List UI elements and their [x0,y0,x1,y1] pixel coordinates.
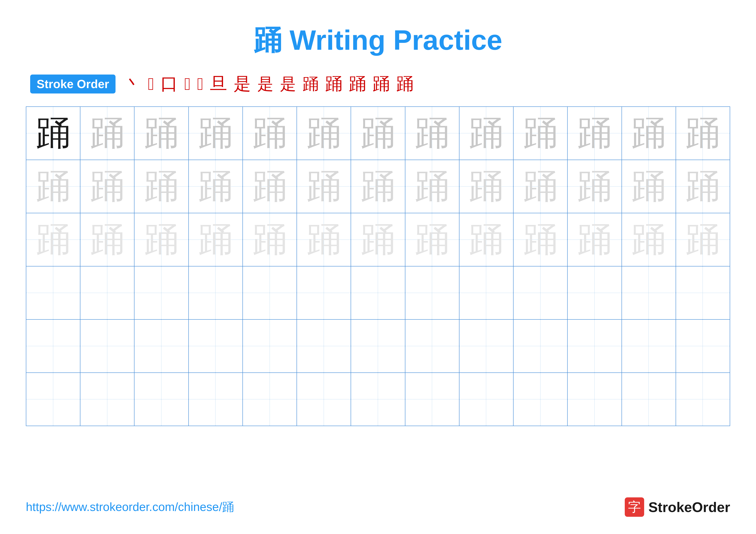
cell-4-6[interactable] [297,267,351,319]
cell-5-2[interactable] [80,320,134,372]
cell-1-10[interactable]: 踊 [514,107,568,160]
cell-5-12[interactable] [622,320,676,372]
cell-5-11[interactable] [568,320,622,372]
cell-4-10[interactable] [514,267,568,319]
cell-3-4[interactable]: 踊 [189,213,243,266]
cell-5-1[interactable] [26,320,80,372]
cell-1-3[interactable]: 踊 [134,107,189,160]
char-guide: 踊 [577,163,612,210]
cell-2-5[interactable]: 踊 [243,160,297,213]
cell-1-9[interactable]: 踊 [459,107,514,160]
logo-char: 字 [628,498,641,516]
footer-logo: 字 StrokeOrder [625,497,730,517]
cell-5-7[interactable] [351,320,405,372]
cell-5-13[interactable] [676,320,730,372]
stroke-3: 口 [161,72,178,96]
cell-5-9[interactable] [459,320,514,372]
cell-3-8[interactable]: 踊 [405,213,459,266]
cell-6-9[interactable] [459,373,514,426]
cell-2-1[interactable]: 踊 [26,160,80,213]
cell-3-9[interactable]: 踊 [459,213,514,266]
cell-3-2[interactable]: 踊 [80,213,134,266]
stroke-7: 是 [233,72,251,96]
char-guide: 踊 [253,110,287,157]
cell-6-4[interactable] [189,373,243,426]
cell-4-9[interactable] [459,267,514,319]
stroke-13: 踊 [373,72,390,96]
cell-4-1[interactable] [26,267,80,319]
cell-2-4[interactable]: 踊 [189,160,243,213]
cell-1-6[interactable]: 踊 [297,107,351,160]
cell-1-7[interactable]: 踊 [351,107,405,160]
stroke-11: 踊 [325,72,342,96]
cell-3-6[interactable]: 踊 [297,213,351,266]
cell-6-11[interactable] [568,373,622,426]
cell-1-12[interactable]: 踊 [622,107,676,160]
cell-6-3[interactable] [134,373,189,426]
cell-3-10[interactable]: 踊 [514,213,568,266]
cell-4-5[interactable] [243,267,297,319]
cell-2-10[interactable]: 踊 [514,160,568,213]
cell-2-8[interactable]: 踊 [405,160,459,213]
cell-3-1[interactable]: 踊 [26,213,80,266]
cell-3-11[interactable]: 踊 [568,213,622,266]
cell-2-6[interactable]: 踊 [297,160,351,213]
cell-6-2[interactable] [80,373,134,426]
title-text: Writing Practice [282,24,502,56]
stroke-order-badge: Stroke Order [30,75,116,93]
cell-4-4[interactable] [189,267,243,319]
footer-url[interactable]: https://www.strokeorder.com/chinese/踊 [26,499,234,515]
char-guide: 踊 [253,163,287,210]
cell-5-4[interactable] [189,320,243,372]
char-guide: 踊 [415,216,449,263]
grid-row-5 [26,320,730,373]
cell-5-8[interactable] [405,320,459,372]
cell-1-1[interactable]: 踊 [26,107,80,160]
cell-2-2[interactable]: 踊 [80,160,134,213]
char-guide: 踊 [307,216,341,263]
cell-4-11[interactable] [568,267,622,319]
grid-row-4 [26,267,730,320]
cell-6-7[interactable] [351,373,405,426]
cell-6-5[interactable] [243,373,297,426]
cell-4-8[interactable] [405,267,459,319]
cell-4-7[interactable] [351,267,405,319]
cell-6-12[interactable] [622,373,676,426]
page: 踊 Writing Practice Stroke Order 丶 𠃌 口 𠃍 … [0,0,756,534]
char-guide: 踊 [361,110,395,157]
char-guide: 踊 [469,163,503,210]
cell-4-3[interactable] [134,267,189,319]
cell-1-5[interactable]: 踊 [243,107,297,160]
cell-2-7[interactable]: 踊 [351,160,405,213]
cell-6-10[interactable] [514,373,568,426]
cell-3-13[interactable]: 踊 [676,213,730,266]
grid-row-2: 踊 踊 踊 踊 踊 踊 踊 踊 踊 [26,160,730,213]
cell-4-13[interactable] [676,267,730,319]
cell-2-3[interactable]: 踊 [134,160,189,213]
stroke-1: 丶 [124,72,141,96]
cell-1-8[interactable]: 踊 [405,107,459,160]
cell-3-7[interactable]: 踊 [351,213,405,266]
cell-4-2[interactable] [80,267,134,319]
cell-4-12[interactable] [622,267,676,319]
cell-2-12[interactable]: 踊 [622,160,676,213]
cell-5-6[interactable] [297,320,351,372]
cell-1-13[interactable]: 踊 [676,107,730,160]
cell-2-11[interactable]: 踊 [568,160,622,213]
cell-6-13[interactable] [676,373,730,426]
cell-5-3[interactable] [134,320,189,372]
cell-6-6[interactable] [297,373,351,426]
cell-6-1[interactable] [26,373,80,426]
cell-1-11[interactable]: 踊 [568,107,622,160]
cell-1-4[interactable]: 踊 [189,107,243,160]
char-guide: 踊 [144,216,179,263]
cell-6-8[interactable] [405,373,459,426]
cell-5-10[interactable] [514,320,568,372]
cell-1-2[interactable]: 踊 [80,107,134,160]
cell-2-9[interactable]: 踊 [459,160,514,213]
cell-3-12[interactable]: 踊 [622,213,676,266]
cell-3-5[interactable]: 踊 [243,213,297,266]
cell-3-3[interactable]: 踊 [134,213,189,266]
cell-5-5[interactable] [243,320,297,372]
cell-2-13[interactable]: 踊 [676,160,730,213]
